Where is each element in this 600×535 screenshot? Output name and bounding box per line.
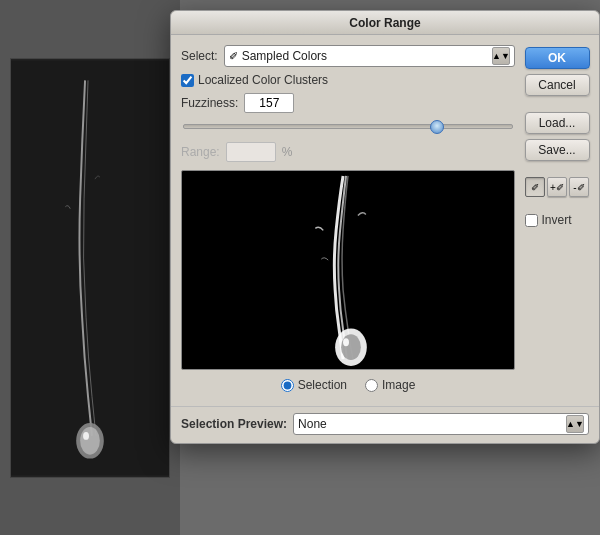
selection-option[interactable]: Selection bbox=[281, 378, 347, 392]
selection-radio[interactable] bbox=[281, 379, 294, 392]
range-row: Range: % bbox=[181, 142, 515, 162]
preview-container bbox=[181, 170, 515, 370]
eyedropper-add-button[interactable]: +✐ bbox=[547, 177, 567, 197]
eyedropper-subtract-button[interactable]: -✐ bbox=[569, 177, 589, 197]
invert-checkbox[interactable] bbox=[525, 214, 538, 227]
selection-preview-label: Selection Preview: bbox=[181, 417, 287, 431]
select-value: Sampled Colors bbox=[242, 49, 492, 63]
range-percent: % bbox=[282, 145, 293, 159]
select-dropdown[interactable]: ✐ Sampled Colors ▲▼ bbox=[224, 45, 515, 67]
selection-preview-dropdown[interactable]: None ▲▼ bbox=[293, 413, 589, 435]
eyedropper-icon: ✐ bbox=[229, 50, 238, 63]
localized-checkbox[interactable] bbox=[181, 74, 194, 87]
save-button[interactable]: Save... bbox=[525, 139, 590, 161]
svg-point-2 bbox=[80, 426, 100, 454]
image-radio-label[interactable]: Image bbox=[382, 378, 415, 392]
localized-label[interactable]: Localized Color Clusters bbox=[198, 73, 328, 87]
invert-row: Invert bbox=[525, 213, 590, 227]
image-radio[interactable] bbox=[365, 379, 378, 392]
fuzziness-input[interactable]: 157 bbox=[244, 93, 294, 113]
select-row: Select: ✐ Sampled Colors ▲▼ bbox=[181, 45, 515, 67]
radio-row: Selection Image bbox=[181, 378, 515, 392]
selection-preview-row: Selection Preview: None ▲▼ bbox=[171, 406, 599, 443]
dialog-title: Color Range bbox=[349, 16, 420, 30]
svg-point-6 bbox=[341, 334, 361, 360]
dialog-sidebar: OK Cancel Load... Save... ✐ +✐ -✐ Invert bbox=[523, 45, 591, 396]
eyedroppers-row: ✐ +✐ -✐ bbox=[525, 177, 590, 197]
selection-radio-label[interactable]: Selection bbox=[298, 378, 347, 392]
fuzziness-slider[interactable] bbox=[183, 119, 513, 133]
invert-label[interactable]: Invert bbox=[542, 213, 572, 227]
image-option[interactable]: Image bbox=[365, 378, 415, 392]
preview-dropdown-arrow[interactable]: ▲▼ bbox=[566, 415, 584, 433]
selection-preview-value: None bbox=[298, 417, 566, 431]
slider-container bbox=[181, 119, 515, 136]
svg-point-3 bbox=[83, 431, 89, 439]
fuzziness-row: Fuzziness: 157 bbox=[181, 93, 515, 113]
color-range-dialog: Color Range Select: ✐ Sampled Colors ▲▼ … bbox=[170, 10, 600, 444]
canvas-area bbox=[0, 0, 180, 535]
load-button[interactable]: Load... bbox=[525, 112, 590, 134]
cancel-button[interactable]: Cancel bbox=[525, 74, 590, 96]
select-label: Select: bbox=[181, 49, 218, 63]
fuzziness-label: Fuzziness: bbox=[181, 96, 238, 110]
select-arrow[interactable]: ▲▼ bbox=[492, 47, 510, 65]
range-label: Range: bbox=[181, 145, 220, 159]
ok-button[interactable]: OK bbox=[525, 47, 590, 69]
dialog-main: Select: ✐ Sampled Colors ▲▼ Localized Co… bbox=[181, 45, 515, 396]
localized-checkbox-row: Localized Color Clusters bbox=[181, 73, 515, 87]
dialog-titlebar: Color Range bbox=[171, 11, 599, 35]
eyedropper-sample-button[interactable]: ✐ bbox=[525, 177, 545, 197]
canvas-preview bbox=[10, 58, 170, 478]
range-input[interactable] bbox=[226, 142, 276, 162]
dialog-content: Select: ✐ Sampled Colors ▲▼ Localized Co… bbox=[171, 35, 599, 406]
svg-point-7 bbox=[343, 338, 349, 346]
